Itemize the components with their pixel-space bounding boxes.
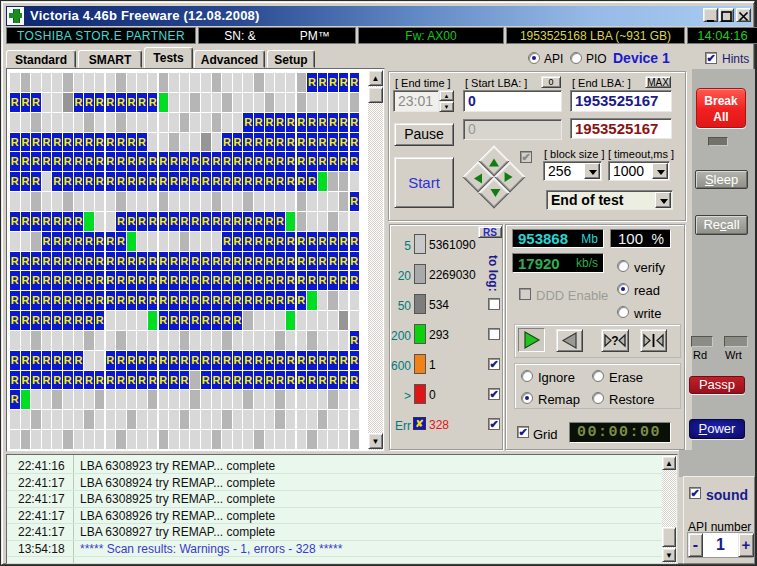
svg-text:?: ? [611,334,618,348]
